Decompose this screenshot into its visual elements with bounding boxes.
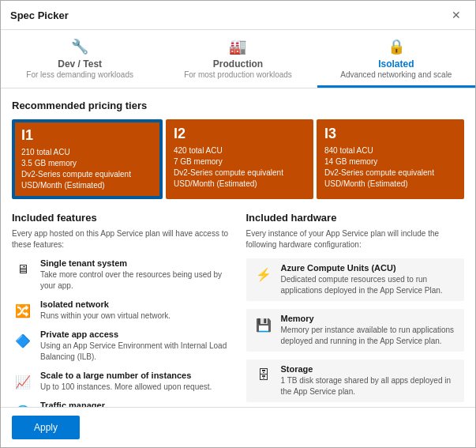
isolated-tab-label: Isolated xyxy=(378,58,414,70)
dev-test-tab-label: Dev / Test xyxy=(58,58,102,70)
feature-desc-0: Take more control over the resources bei… xyxy=(40,269,231,292)
dev-test-tab-icon: 🔧 xyxy=(71,38,88,55)
feature-title-3: Scale to a large number of instances xyxy=(40,371,212,380)
feature-text-2: Private app access Using an App Service … xyxy=(40,329,231,363)
feature-icon-4: 🌐 xyxy=(12,401,34,407)
feature-title-1: Isolated network xyxy=(40,299,171,309)
features-list: 🖥 Single tenant system Take more control… xyxy=(12,258,231,407)
feature-desc-1: Runs within your own virtual network. xyxy=(40,311,171,322)
hardware-col: Included hardware Every instance of your… xyxy=(246,212,465,407)
tier-detail-i2: 420 total ACU7 GB memoryDv2-Series compu… xyxy=(174,145,305,190)
hardware-title-2: Storage xyxy=(281,364,459,374)
production-tab-label: Production xyxy=(213,58,263,70)
feature-icon-2: 🔷 xyxy=(12,329,34,352)
feature-item-4: 🌐 Traffic manager Improve performance an… xyxy=(12,401,231,407)
hardware-item-1: 💾 Memory Memory per instance available t… xyxy=(246,309,465,352)
isolated-tab-icon: 🔒 xyxy=(388,38,405,55)
hardware-description: Every instance of your App Service plan … xyxy=(246,228,465,250)
hardware-desc-1: Memory per instance available to run app… xyxy=(281,325,459,347)
feature-desc-2: Using an App Service Environment with In… xyxy=(40,341,231,363)
hardware-title-1: Memory xyxy=(281,314,459,323)
hardware-title: Included hardware xyxy=(246,212,465,224)
hardware-desc-2: 1 TB disk storage shared by all apps dep… xyxy=(281,375,459,397)
spec-picker-window: Spec Picker ✕ 🔧 Dev / Test For less dema… xyxy=(0,0,476,448)
pricing-title: Recommended pricing tiers xyxy=(12,100,464,111)
isolated-tab-sublabel: Advanced networking and scale xyxy=(340,70,452,79)
close-button[interactable]: ✕ xyxy=(447,7,466,23)
tier-badge-i1: I1 xyxy=(21,127,153,144)
hardware-text-2: Storage 1 TB disk storage shared by all … xyxy=(281,364,459,397)
footer: Apply xyxy=(1,407,475,447)
feature-icon-0: 🖥 xyxy=(12,258,34,280)
tab-dev-test[interactable]: 🔧 Dev / Test For less demanding workload… xyxy=(1,30,159,88)
pricing-tiers: I1 210 total ACU3.5 GB memoryDv2-Series … xyxy=(12,119,464,199)
tier-badge-i2: I2 xyxy=(174,126,305,142)
hardware-icon-1: 💾 xyxy=(253,314,275,336)
tier-card-i1[interactable]: I1 210 total ACU3.5 GB memoryDv2-Series … xyxy=(12,119,163,199)
tier-badge-i3: I3 xyxy=(324,126,456,142)
feature-item-1: 🔀 Isolated network Runs within your own … xyxy=(12,299,231,322)
hardware-desc-0: Dedicated compute resources used to run … xyxy=(281,274,459,296)
tier-card-i3[interactable]: I3 840 total ACU14 GB memoryDv2-Series c… xyxy=(317,119,464,199)
apply-button[interactable]: Apply xyxy=(12,416,80,439)
tier-detail-i1: 210 total ACU3.5 GB memoryDv2-Series com… xyxy=(21,147,153,191)
feature-text-4: Traffic manager Improve performance and … xyxy=(40,401,231,407)
feature-desc-3: Up to 100 instances. More allowed upon r… xyxy=(40,382,212,393)
title-bar: Spec Picker ✕ xyxy=(1,1,475,30)
feature-item-2: 🔷 Private app access Using an App Servic… xyxy=(12,329,231,363)
tab-production[interactable]: 🏭 Production For most production workloa… xyxy=(159,30,317,88)
feature-text-1: Isolated network Runs within your own vi… xyxy=(40,299,171,322)
hardware-title-0: Azure Compute Units (ACU) xyxy=(281,263,459,273)
feature-icon-1: 🔀 xyxy=(12,299,34,322)
hardware-icon-0: ⚡ xyxy=(253,263,275,285)
tier-detail-i3: 840 total ACU14 GB memoryDv2-Series comp… xyxy=(324,145,456,190)
hardware-text-0: Azure Compute Units (ACU) Dedicated comp… xyxy=(281,263,459,296)
feature-title-4: Traffic manager xyxy=(40,401,231,407)
feature-title-2: Private app access xyxy=(40,329,231,339)
feature-title-0: Single tenant system xyxy=(40,258,231,268)
hardware-item-0: ⚡ Azure Compute Units (ACU) Dedicated co… xyxy=(246,258,465,301)
hardware-item-2: 🗄 Storage 1 TB disk storage shared by al… xyxy=(246,360,465,402)
feature-text-0: Single tenant system Take more control o… xyxy=(40,258,231,292)
feature-text-3: Scale to a large number of instances Up … xyxy=(40,371,212,393)
features-col: Included features Every app hosted on th… xyxy=(12,212,231,407)
production-tab-icon: 🏭 xyxy=(229,38,246,55)
hardware-icon-2: 🗄 xyxy=(253,364,275,386)
tabs-row: 🔧 Dev / Test For less demanding workload… xyxy=(1,30,475,88)
features-title: Included features xyxy=(12,212,231,224)
dev-test-tab-sublabel: For less demanding workloads xyxy=(26,70,133,79)
main-content: Recommended pricing tiers I1 210 total A… xyxy=(1,88,475,407)
hardware-list: ⚡ Azure Compute Units (ACU) Dedicated co… xyxy=(246,258,465,402)
tier-card-i2[interactable]: I2 420 total ACU7 GB memoryDv2-Series co… xyxy=(166,119,313,199)
feature-icon-3: 📈 xyxy=(12,371,34,393)
production-tab-sublabel: For most production workloads xyxy=(184,70,292,79)
tab-isolated[interactable]: 🔒 Isolated Advanced networking and scale xyxy=(317,30,475,88)
feature-item-0: 🖥 Single tenant system Take more control… xyxy=(12,258,231,292)
hardware-text-1: Memory Memory per instance available to … xyxy=(281,314,459,347)
features-description: Every app hosted on this App Service pla… xyxy=(12,228,231,250)
window-title: Spec Picker xyxy=(10,9,69,21)
features-hardware-section: Included features Every app hosted on th… xyxy=(12,212,464,407)
feature-item-3: 📈 Scale to a large number of instances U… xyxy=(12,371,231,393)
pricing-section: Recommended pricing tiers I1 210 total A… xyxy=(12,100,464,199)
